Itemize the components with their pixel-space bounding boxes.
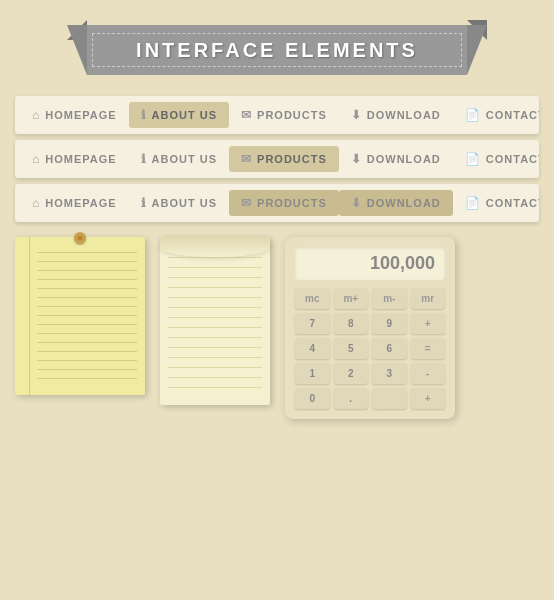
calc-btn-plus[interactable]: + [411, 313, 446, 334]
bottom-section: 100,000 mc m+ m- mr 7 8 9 + 4 5 6 = 1 2 … [15, 237, 539, 419]
notepad-line-8 [37, 315, 137, 316]
products-icon: ✉ [241, 108, 252, 122]
nav1-homepage[interactable]: ⌂ HOMEPAGE [20, 102, 129, 128]
notepad2-line-14 [168, 387, 262, 388]
notepad-line-2 [37, 261, 137, 262]
nav2-download[interactable]: ⬇ DOWNLOAD [339, 146, 453, 172]
ribbon-container: INTERFACE ELEMENTS [0, 10, 554, 90]
nav2-homepage-label: HOMEPAGE [45, 153, 116, 165]
calc-btn-9[interactable]: 9 [372, 313, 407, 334]
nav3-homepage-label: HOMEPAGE [45, 197, 116, 209]
ribbon-title: INTERFACE ELEMENTS [136, 39, 418, 62]
calc-btn-mc[interactable]: mc [295, 288, 330, 309]
notepad-line-5 [37, 288, 137, 289]
calc-btn-mminus[interactable]: m- [372, 288, 407, 309]
download-icon: ⬇ [351, 108, 362, 122]
nav1-contacts-label: CONTACTS [486, 109, 539, 121]
calc-btn-minus[interactable]: - [411, 363, 446, 384]
nav3-contacts[interactable]: 📄 CONTACTS [453, 190, 539, 216]
nav-bar-1: ⌂ HOMEPAGE ℹ ABOUT US ✉ PRODUCTS ⬇ DOWNL… [15, 96, 539, 134]
notepad2-line-2 [168, 267, 262, 268]
notepad-line-3 [37, 270, 137, 271]
nav-bar-2: ⌂ HOMEPAGE ℹ ABOUT US ✉ PRODUCTS ⬇ DOWNL… [15, 140, 539, 178]
notepad-curl-top [160, 237, 270, 257]
nav1-products[interactable]: ✉ PRODUCTS [229, 102, 339, 128]
calc-btn-8[interactable]: 8 [334, 313, 369, 334]
info-icon: ℹ [141, 108, 147, 122]
notepad2-line-4 [168, 287, 262, 288]
calc-btn-3[interactable]: 3 [372, 363, 407, 384]
nav2-homepage[interactable]: ⌂ HOMEPAGE [20, 146, 129, 172]
download-icon-2: ⬇ [351, 152, 362, 166]
notepad-2 [160, 237, 270, 405]
nav2-aboutus[interactable]: ℹ ABOUT US [129, 146, 229, 172]
home-icon: ⌂ [32, 108, 40, 122]
notepad2-line-7 [168, 317, 262, 318]
contacts-icon-2: 📄 [465, 152, 481, 166]
nav1-contacts[interactable]: 📄 CONTACTS [453, 102, 539, 128]
notepad2-line-10 [168, 347, 262, 348]
nav1-aboutus[interactable]: ℹ ABOUT US [129, 102, 229, 128]
nav3-homepage[interactable]: ⌂ HOMEPAGE [20, 190, 129, 216]
home-icon-3: ⌂ [32, 196, 40, 210]
calculator-display: 100,000 [295, 247, 445, 280]
nav1-products-label: PRODUCTS [257, 109, 327, 121]
calc-btn-mr[interactable]: mr [411, 288, 446, 309]
notepad-line-6 [37, 297, 137, 298]
notepad2-line-12 [168, 367, 262, 368]
calc-btn-mplus[interactable]: m+ [334, 288, 369, 309]
nav2-contacts[interactable]: 📄 CONTACTS [453, 146, 539, 172]
notepad-line-10 [37, 333, 137, 334]
calculator: 100,000 mc m+ m- mr 7 8 9 + 4 5 6 = 1 2 … [285, 237, 455, 419]
nav2-aboutus-label: ABOUT US [152, 153, 217, 165]
calc-btn-4[interactable]: 4 [295, 338, 330, 359]
notepad2-line-13 [168, 377, 262, 378]
nav1-aboutus-label: ABOUT US [152, 109, 217, 121]
calc-btn-equals[interactable]: = [411, 338, 446, 359]
nav3-products[interactable]: ✉ PRODUCTS [229, 190, 339, 216]
nav1-download[interactable]: ⬇ DOWNLOAD [339, 102, 453, 128]
notepad-1 [15, 237, 145, 395]
nav3-aboutus[interactable]: ℹ ABOUT US [129, 190, 229, 216]
info-icon-2: ℹ [141, 152, 147, 166]
notepad2-line-11 [168, 357, 262, 358]
calc-btn-dot[interactable]: . [334, 388, 369, 409]
nav-bar-2-section: ⌂ HOMEPAGE ℹ ABOUT US ✉ PRODUCTS ⬇ DOWNL… [15, 140, 539, 178]
notepad2-line-6 [168, 307, 262, 308]
nav2-products-label: PRODUCTS [257, 153, 327, 165]
notepad-line-15 [37, 378, 137, 379]
notepad-line-14 [37, 369, 137, 370]
nav3-download[interactable]: ⬇ DOWNLOAD [339, 190, 453, 216]
notepad-line-1 [37, 252, 137, 253]
notepad-line-4 [37, 279, 137, 280]
nav2-products[interactable]: ✉ PRODUCTS [229, 146, 339, 172]
calc-btn-plus2[interactable]: + [411, 388, 446, 409]
calc-btn-5[interactable]: 5 [334, 338, 369, 359]
nav3-contacts-label: CONTACTS [486, 197, 539, 209]
calc-btn-0[interactable]: 0 [295, 388, 330, 409]
products-icon-3: ✉ [241, 196, 252, 210]
info-icon-3: ℹ [141, 196, 147, 210]
notepad2-line-1 [168, 257, 262, 258]
calculator-buttons: mc m+ m- mr 7 8 9 + 4 5 6 = 1 2 3 - 0 . … [295, 288, 445, 409]
contacts-icon: 📄 [465, 108, 481, 122]
nav-bar-3: ⌂ HOMEPAGE ℹ ABOUT US ✉ PRODUCTS ⬇ DOWNL… [15, 184, 539, 222]
ribbon: INTERFACE ELEMENTS [87, 25, 467, 75]
nav1-homepage-label: HOMEPAGE [45, 109, 116, 121]
nav3-download-label: DOWNLOAD [367, 197, 441, 209]
calc-btn-6[interactable]: 6 [372, 338, 407, 359]
calc-btn-blank [372, 388, 407, 409]
home-icon-2: ⌂ [32, 152, 40, 166]
notepad-line-12 [37, 351, 137, 352]
notepad-line-7 [37, 306, 137, 307]
nav3-aboutus-label: ABOUT US [152, 197, 217, 209]
nav1-download-label: DOWNLOAD [367, 109, 441, 121]
products-icon-2: ✉ [241, 152, 252, 166]
calc-btn-1[interactable]: 1 [295, 363, 330, 384]
notepad-line-9 [37, 324, 137, 325]
calc-btn-7[interactable]: 7 [295, 313, 330, 334]
notepad-line-13 [37, 360, 137, 361]
calc-btn-2[interactable]: 2 [334, 363, 369, 384]
notepad2-line-8 [168, 327, 262, 328]
notepad2-line-5 [168, 297, 262, 298]
